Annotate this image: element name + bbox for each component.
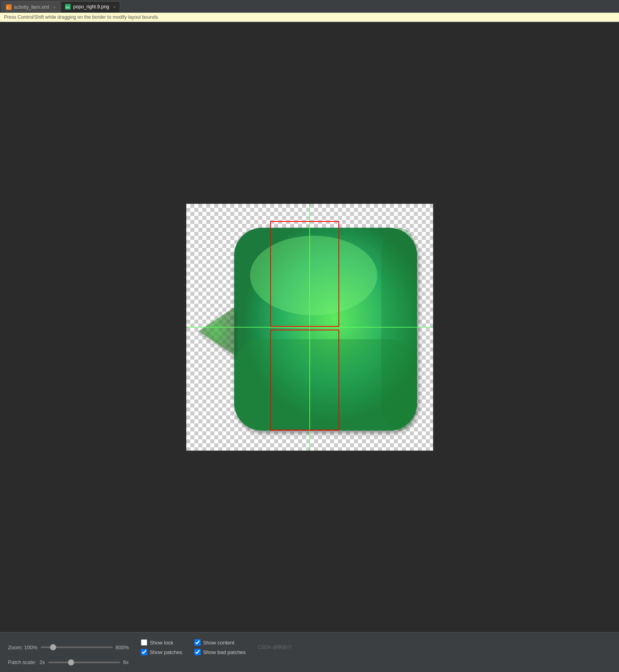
- xml-icon: X: [6, 4, 12, 10]
- show-bad-patches-group: Show bad patches: [194, 649, 246, 655]
- tab-png[interactable]: PNG popo_right.9.png ×: [61, 1, 120, 12]
- checkboxes-col2: Show content Show bad patches: [194, 639, 246, 655]
- show-patches-label[interactable]: Show patches: [150, 649, 182, 655]
- svg-text:PNG: PNG: [65, 6, 70, 9]
- svg-marker-6: [198, 307, 234, 355]
- main-area: [0, 22, 619, 632]
- v-guide: [309, 204, 310, 451]
- patch-scale-min-label: 2x: [40, 659, 45, 665]
- zoom-slider-container: [41, 646, 113, 648]
- svg-point-5: [250, 235, 377, 315]
- zoom-max-label: 800%: [116, 644, 129, 650]
- patch-scale-label: Patch scale:: [8, 659, 36, 665]
- zoom-label: Zoom: 100%: [8, 644, 38, 650]
- tab-xml-close[interactable]: ×: [53, 5, 55, 10]
- patch-scale-slider-container: [48, 662, 120, 663]
- png-icon: PNG: [65, 4, 71, 10]
- tab-bar: X activity_item.xml × PNG popo_right.9.p…: [0, 0, 619, 13]
- show-lock-label[interactable]: Show lock: [150, 640, 173, 646]
- tab-png-label: popo_right.9.png: [73, 4, 109, 10]
- info-message: Press Control/Shift while dragging on th…: [4, 14, 159, 20]
- show-content-group: Show content: [194, 639, 246, 646]
- tab-xml-label: activity_item.xml: [14, 4, 49, 10]
- show-bad-patches-label[interactable]: Show bad patches: [203, 649, 246, 655]
- zoom-slider[interactable]: [41, 646, 113, 648]
- checkboxes-col1: Show lock Show patches: [141, 639, 182, 655]
- info-bar: Press Control/Shift while dragging on th…: [0, 13, 619, 22]
- zoom-group: Zoom: 100% 800%: [8, 644, 129, 650]
- svg-rect-9: [381, 227, 417, 430]
- toolbar-row-patch: Patch scale: 2x 6x: [8, 659, 292, 665]
- show-patches-checkbox[interactable]: [141, 649, 147, 655]
- show-lock-checkbox[interactable]: [141, 639, 147, 646]
- show-content-label[interactable]: Show content: [203, 640, 235, 646]
- show-lock-group: Show lock: [141, 639, 182, 646]
- watermark: CSDN @啊俊仔: [258, 644, 292, 651]
- canvas-container[interactable]: [186, 204, 433, 451]
- tab-png-close[interactable]: ×: [113, 4, 116, 9]
- patch-scale-group: Patch scale: 2x 6x: [8, 659, 129, 665]
- patch-scale-slider[interactable]: [48, 662, 120, 663]
- tab-xml[interactable]: X activity_item.xml ×: [2, 1, 60, 12]
- toolbar-row-zoom: Zoom: 100% 800% Show lock Show patches: [8, 639, 292, 655]
- toolbar-rows: Zoom: 100% 800% Show lock Show patches: [8, 639, 292, 665]
- show-bad-patches-checkbox[interactable]: [194, 649, 201, 655]
- show-patches-group: Show patches: [141, 649, 182, 655]
- show-content-checkbox[interactable]: [194, 639, 201, 646]
- bottom-bar: Zoom: 100% 800% Show lock Show patches: [0, 632, 619, 672]
- patch-scale-max-label: 6x: [123, 659, 129, 665]
